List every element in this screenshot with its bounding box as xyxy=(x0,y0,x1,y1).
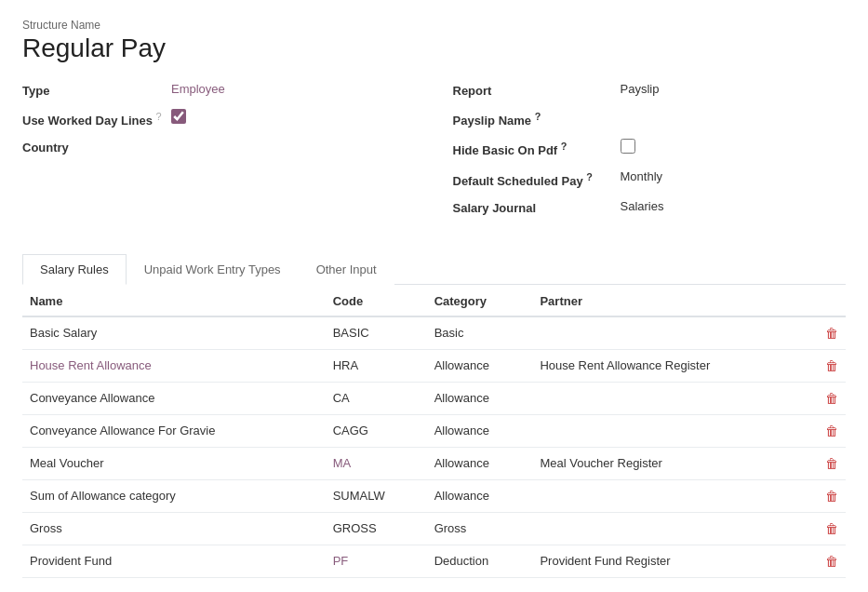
row-name: Sum of Allowance category xyxy=(22,479,326,512)
salary-journal-row: Salary Journal Salaries xyxy=(453,199,847,215)
form-left: Type Employee Use Worked Day Lines ? Cou… xyxy=(22,82,416,226)
row-category: Allowance xyxy=(427,479,533,512)
delete-col: 🗑 xyxy=(812,316,846,350)
table-row: House Rent Allowance HRA Allowance House… xyxy=(22,349,846,382)
salary-rules-table: Name Code Category Partner Basic Salary … xyxy=(22,285,846,578)
delete-icon[interactable]: 🗑 xyxy=(825,424,838,438)
row-category: Basic xyxy=(427,316,533,350)
row-code: HRA xyxy=(326,349,427,382)
row-code: CAGG xyxy=(326,414,427,447)
type-label: Type xyxy=(22,82,171,98)
row-category: Allowance xyxy=(427,447,533,479)
delete-icon[interactable]: 🗑 xyxy=(825,358,838,373)
row-category: Gross xyxy=(427,512,533,545)
row-partner xyxy=(532,479,812,512)
row-category: Allowance xyxy=(427,414,533,447)
delete-col: 🗑 xyxy=(812,479,846,512)
delete-icon[interactable]: 🗑 xyxy=(825,521,838,536)
row-name: Basic Salary xyxy=(22,316,326,350)
row-category: Deduction xyxy=(427,545,533,577)
report-row: Report Payslip xyxy=(453,82,847,98)
type-row: Type Employee xyxy=(22,82,416,98)
payslip-name-label: Payslip Name ? xyxy=(453,109,621,128)
row-name: Provident Fund xyxy=(22,545,326,577)
tab-salary-rules[interactable]: Salary Rules xyxy=(22,254,127,285)
row-name: Meal Voucher xyxy=(22,447,326,479)
col-category: Category xyxy=(427,285,533,316)
col-code: Code xyxy=(326,285,427,316)
country-label: Country xyxy=(22,139,171,155)
row-partner: Meal Voucher Register xyxy=(532,447,812,479)
col-actions xyxy=(812,285,846,316)
col-name: Name xyxy=(22,285,326,316)
table-row: Provident Fund PF Deduction Provident Fu… xyxy=(22,545,846,577)
hide-basic-row: Hide Basic On Pdf ? xyxy=(453,139,847,157)
delete-col: 🗑 xyxy=(812,447,846,479)
delete-icon[interactable]: 🗑 xyxy=(825,456,838,471)
row-partner: House Rent Allowance Register xyxy=(532,349,812,382)
scheduled-pay-row: Default Scheduled Pay ? Monthly xyxy=(453,169,847,188)
table-row: Conveyance Allowance CA Allowance 🗑 xyxy=(22,382,846,414)
page-title: Regular Pay xyxy=(22,34,846,63)
delete-icon[interactable]: 🗑 xyxy=(825,554,838,569)
delete-col: 🗑 xyxy=(812,349,846,382)
row-partner xyxy=(532,382,812,414)
report-label: Report xyxy=(453,82,621,98)
salary-journal-value: Salaries xyxy=(621,199,664,213)
table-row: Basic Salary BASIC Basic 🗑 xyxy=(22,316,846,350)
hide-basic-checkbox[interactable] xyxy=(621,139,635,154)
scheduled-pay-value: Monthly xyxy=(621,169,663,183)
row-code: SUMALW xyxy=(326,479,427,512)
row-name[interactable]: House Rent Allowance xyxy=(22,349,326,382)
type-value[interactable]: Employee xyxy=(171,82,225,96)
hide-basic-checkbox-wrapper xyxy=(621,139,635,154)
report-value: Payslip xyxy=(621,82,660,96)
table-header-row: Name Code Category Partner xyxy=(22,285,846,316)
table-row: Sum of Allowance category SUMALW Allowan… xyxy=(22,479,846,512)
row-name: Conveyance Allowance xyxy=(22,382,326,414)
delete-col: 🗑 xyxy=(812,382,846,414)
row-name: Conveyance Allowance For Gravie xyxy=(22,414,326,447)
row-partner: Provident Fund Register xyxy=(532,545,812,577)
row-code: BASIC xyxy=(326,316,427,350)
col-partner: Partner xyxy=(532,285,812,316)
delete-icon[interactable]: 🗑 xyxy=(825,391,838,406)
tab-other-input[interactable]: Other Input xyxy=(299,254,394,285)
worked-day-checkbox[interactable] xyxy=(171,109,186,124)
scheduled-pay-label: Default Scheduled Pay ? xyxy=(453,169,621,188)
row-partner xyxy=(532,512,812,545)
delete-icon[interactable]: 🗑 xyxy=(825,326,838,341)
row-partner xyxy=(532,414,812,447)
row-code: GROSS xyxy=(326,512,427,545)
row-code[interactable]: PF xyxy=(326,545,427,577)
country-row: Country xyxy=(22,139,416,155)
row-partner xyxy=(532,316,812,350)
delete-col: 🗑 xyxy=(812,512,846,545)
hide-basic-label: Hide Basic On Pdf ? xyxy=(453,139,621,157)
form-right: Report Payslip Payslip Name ? Hide Basic… xyxy=(453,82,847,226)
table-row: Meal Voucher MA Allowance Meal Voucher R… xyxy=(22,447,846,479)
row-code[interactable]: MA xyxy=(326,447,427,479)
row-code: CA xyxy=(326,382,427,414)
worked-day-label: Use Worked Day Lines ? xyxy=(22,109,171,128)
structure-name-label: Structure Name xyxy=(22,19,846,32)
row-category: Allowance xyxy=(427,382,533,414)
delete-col: 🗑 xyxy=(812,545,846,577)
worked-day-row: Use Worked Day Lines ? xyxy=(22,109,416,128)
row-category: Allowance xyxy=(427,349,533,382)
tab-unpaid-work[interactable]: Unpaid Work Entry Types xyxy=(127,254,299,285)
salary-journal-label: Salary Journal xyxy=(453,199,621,215)
payslip-name-row: Payslip Name ? xyxy=(453,109,847,128)
table-row: Conveyance Allowance For Gravie CAGG All… xyxy=(22,414,846,447)
tab-bar: Salary Rules Unpaid Work Entry Types Oth… xyxy=(22,254,846,285)
table-row: Gross GROSS Gross 🗑 xyxy=(22,512,846,545)
row-name: Gross xyxy=(22,512,326,545)
delete-icon[interactable]: 🗑 xyxy=(825,489,838,504)
worked-day-checkbox-wrapper xyxy=(171,109,186,124)
delete-col: 🗑 xyxy=(812,414,846,447)
